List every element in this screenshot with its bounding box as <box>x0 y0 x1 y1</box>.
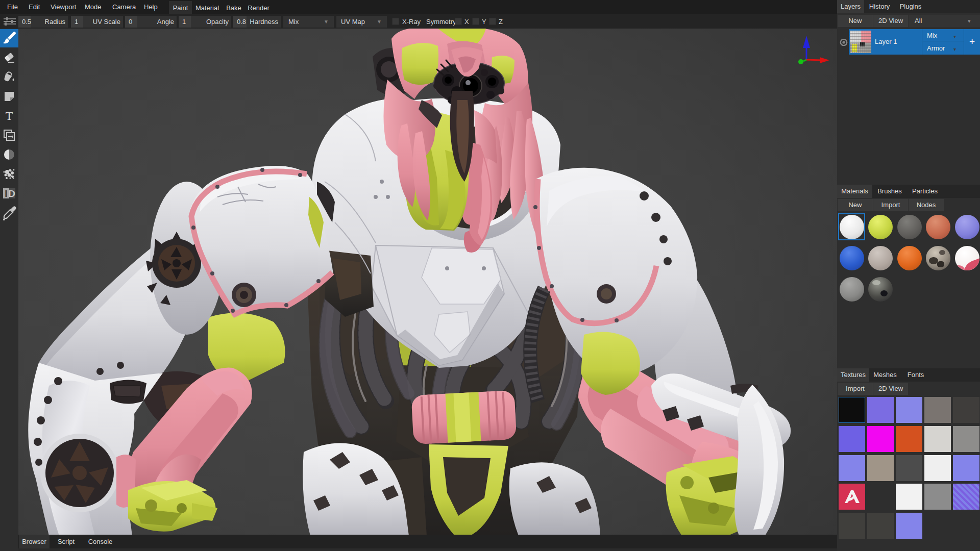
svg-text:I: I <box>5 188 7 199</box>
svg-text:D: D <box>8 188 15 199</box>
svg-text:T: T <box>6 109 13 122</box>
